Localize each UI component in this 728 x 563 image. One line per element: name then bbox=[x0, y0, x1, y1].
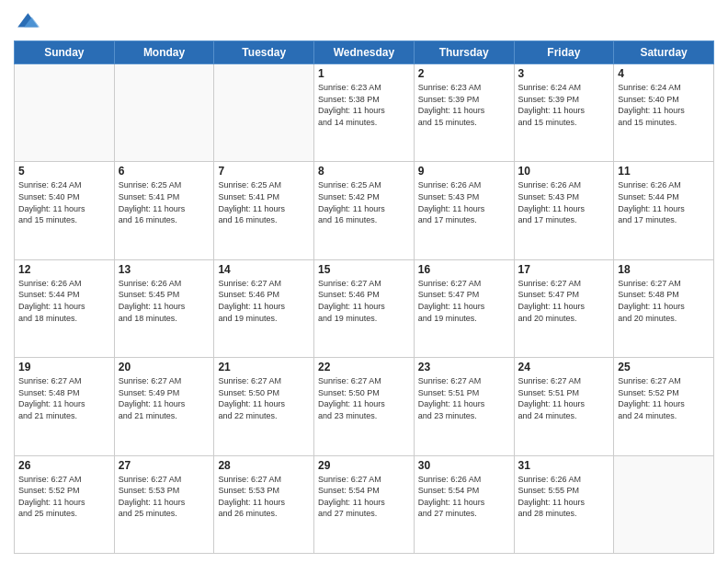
day-info: Sunrise: 6:25 AMSunset: 5:41 PMDaylight:… bbox=[119, 179, 210, 225]
day-info: Sunrise: 6:27 AMSunset: 5:48 PMDaylight:… bbox=[18, 375, 110, 421]
page: SundayMondayTuesdayWednesdayThursdayFrid… bbox=[0, 0, 728, 563]
day-number: 4 bbox=[618, 67, 710, 80]
day-number: 26 bbox=[18, 459, 110, 472]
weekday-header-saturday: Saturday bbox=[614, 41, 714, 64]
day-number: 11 bbox=[618, 165, 710, 178]
day-info: Sunrise: 6:27 AMSunset: 5:53 PMDaylight:… bbox=[218, 474, 310, 520]
day-info: Sunrise: 6:26 AMSunset: 5:44 PMDaylight:… bbox=[18, 278, 110, 324]
day-info: Sunrise: 6:27 AMSunset: 5:50 PMDaylight:… bbox=[218, 375, 310, 421]
calendar-cell: 31Sunrise: 6:26 AMSunset: 5:55 PMDayligh… bbox=[514, 455, 614, 553]
day-number: 25 bbox=[618, 361, 710, 373]
day-number: 31 bbox=[518, 459, 610, 472]
day-number: 6 bbox=[119, 165, 210, 178]
weekday-header-wednesday: Wednesday bbox=[314, 41, 415, 64]
calendar-cell: 3Sunrise: 6:24 AMSunset: 5:39 PMDaylight… bbox=[514, 64, 614, 162]
calendar-cell: 12Sunrise: 6:26 AMSunset: 5:44 PMDayligh… bbox=[15, 259, 115, 357]
day-info: Sunrise: 6:25 AMSunset: 5:41 PMDaylight:… bbox=[218, 179, 310, 225]
day-info: Sunrise: 6:24 AMSunset: 5:40 PMDaylight:… bbox=[618, 82, 710, 128]
calendar-cell: 30Sunrise: 6:26 AMSunset: 5:54 PMDayligh… bbox=[414, 455, 514, 553]
weekday-header-sunday: Sunday bbox=[15, 41, 115, 64]
day-info: Sunrise: 6:27 AMSunset: 5:48 PMDaylight:… bbox=[618, 278, 710, 324]
day-number: 18 bbox=[618, 263, 710, 276]
calendar-cell bbox=[614, 455, 714, 553]
day-info: Sunrise: 6:24 AMSunset: 5:39 PMDaylight:… bbox=[518, 82, 610, 128]
day-number: 28 bbox=[218, 459, 310, 472]
day-number: 13 bbox=[119, 263, 210, 276]
calendar-cell: 13Sunrise: 6:26 AMSunset: 5:45 PMDayligh… bbox=[114, 259, 214, 357]
day-info: Sunrise: 6:25 AMSunset: 5:42 PMDaylight:… bbox=[318, 179, 410, 225]
day-number: 16 bbox=[418, 263, 510, 276]
week-row-3: 19Sunrise: 6:27 AMSunset: 5:48 PMDayligh… bbox=[15, 358, 714, 455]
day-info: Sunrise: 6:23 AMSunset: 5:39 PMDaylight:… bbox=[418, 82, 510, 128]
calendar-cell: 28Sunrise: 6:27 AMSunset: 5:53 PMDayligh… bbox=[214, 455, 314, 553]
weekday-header-tuesday: Tuesday bbox=[214, 41, 314, 64]
calendar-cell bbox=[114, 64, 214, 162]
week-row-1: 5Sunrise: 6:24 AMSunset: 5:40 PMDaylight… bbox=[15, 162, 714, 259]
day-number: 3 bbox=[518, 67, 610, 80]
day-number: 9 bbox=[418, 165, 510, 178]
calendar-cell: 29Sunrise: 6:27 AMSunset: 5:54 PMDayligh… bbox=[314, 455, 415, 553]
calendar-cell: 14Sunrise: 6:27 AMSunset: 5:46 PMDayligh… bbox=[214, 259, 314, 357]
day-info: Sunrise: 6:27 AMSunset: 5:53 PMDaylight:… bbox=[119, 474, 210, 520]
calendar-cell: 5Sunrise: 6:24 AMSunset: 5:40 PMDaylight… bbox=[15, 162, 115, 259]
weekday-header-friday: Friday bbox=[514, 41, 614, 64]
calendar-cell: 10Sunrise: 6:26 AMSunset: 5:43 PMDayligh… bbox=[514, 162, 614, 259]
calendar-cell: 17Sunrise: 6:27 AMSunset: 5:47 PMDayligh… bbox=[514, 259, 614, 357]
day-info: Sunrise: 6:27 AMSunset: 5:52 PMDaylight:… bbox=[618, 375, 710, 421]
day-info: Sunrise: 6:26 AMSunset: 5:43 PMDaylight:… bbox=[418, 179, 510, 225]
calendar-cell: 25Sunrise: 6:27 AMSunset: 5:52 PMDayligh… bbox=[614, 358, 714, 455]
day-number: 8 bbox=[318, 165, 410, 178]
calendar-cell: 18Sunrise: 6:27 AMSunset: 5:48 PMDayligh… bbox=[614, 259, 714, 357]
day-info: Sunrise: 6:27 AMSunset: 5:47 PMDaylight:… bbox=[418, 278, 510, 324]
calendar-cell: 1Sunrise: 6:23 AMSunset: 5:38 PMDaylight… bbox=[314, 64, 415, 162]
day-info: Sunrise: 6:26 AMSunset: 5:55 PMDaylight:… bbox=[518, 474, 610, 520]
day-number: 29 bbox=[318, 459, 410, 472]
day-info: Sunrise: 6:26 AMSunset: 5:44 PMDaylight:… bbox=[618, 179, 710, 225]
day-info: Sunrise: 6:27 AMSunset: 5:46 PMDaylight:… bbox=[318, 278, 410, 324]
day-number: 20 bbox=[119, 361, 210, 373]
day-number: 24 bbox=[518, 361, 610, 373]
calendar-cell bbox=[214, 64, 314, 162]
week-row-0: 1Sunrise: 6:23 AMSunset: 5:38 PMDaylight… bbox=[15, 64, 714, 162]
calendar-cell: 6Sunrise: 6:25 AMSunset: 5:41 PMDaylight… bbox=[114, 162, 214, 259]
day-info: Sunrise: 6:26 AMSunset: 5:45 PMDaylight:… bbox=[119, 278, 210, 324]
day-info: Sunrise: 6:27 AMSunset: 5:50 PMDaylight:… bbox=[318, 375, 410, 421]
calendar-cell: 11Sunrise: 6:26 AMSunset: 5:44 PMDayligh… bbox=[614, 162, 714, 259]
day-info: Sunrise: 6:27 AMSunset: 5:46 PMDaylight:… bbox=[218, 278, 310, 324]
day-number: 17 bbox=[518, 263, 610, 276]
calendar-cell: 19Sunrise: 6:27 AMSunset: 5:48 PMDayligh… bbox=[15, 358, 115, 455]
day-number: 19 bbox=[18, 361, 110, 373]
day-number: 15 bbox=[318, 263, 410, 276]
calendar-cell: 24Sunrise: 6:27 AMSunset: 5:51 PMDayligh… bbox=[514, 358, 614, 455]
day-number: 30 bbox=[418, 459, 510, 472]
day-number: 10 bbox=[518, 165, 610, 178]
calendar-cell bbox=[15, 64, 115, 162]
day-number: 14 bbox=[218, 263, 310, 276]
day-number: 23 bbox=[418, 361, 510, 373]
calendar-cell: 22Sunrise: 6:27 AMSunset: 5:50 PMDayligh… bbox=[314, 358, 415, 455]
header bbox=[14, 9, 714, 35]
week-row-4: 26Sunrise: 6:27 AMSunset: 5:52 PMDayligh… bbox=[15, 455, 714, 553]
calendar-cell: 9Sunrise: 6:26 AMSunset: 5:43 PMDaylight… bbox=[414, 162, 514, 259]
day-number: 2 bbox=[418, 67, 510, 80]
day-info: Sunrise: 6:27 AMSunset: 5:51 PMDaylight:… bbox=[518, 375, 610, 421]
day-info: Sunrise: 6:27 AMSunset: 5:49 PMDaylight:… bbox=[119, 375, 210, 421]
day-info: Sunrise: 6:24 AMSunset: 5:40 PMDaylight:… bbox=[18, 179, 110, 225]
weekday-header-row: SundayMondayTuesdayWednesdayThursdayFrid… bbox=[15, 41, 714, 64]
day-number: 27 bbox=[119, 459, 210, 472]
calendar-cell: 8Sunrise: 6:25 AMSunset: 5:42 PMDaylight… bbox=[314, 162, 415, 259]
day-number: 22 bbox=[318, 361, 410, 373]
calendar-cell: 26Sunrise: 6:27 AMSunset: 5:52 PMDayligh… bbox=[15, 455, 115, 553]
day-number: 7 bbox=[218, 165, 310, 178]
day-info: Sunrise: 6:26 AMSunset: 5:43 PMDaylight:… bbox=[518, 179, 610, 225]
day-info: Sunrise: 6:23 AMSunset: 5:38 PMDaylight:… bbox=[318, 82, 410, 128]
calendar-cell: 21Sunrise: 6:27 AMSunset: 5:50 PMDayligh… bbox=[214, 358, 314, 455]
day-info: Sunrise: 6:27 AMSunset: 5:47 PMDaylight:… bbox=[518, 278, 610, 324]
calendar-cell: 27Sunrise: 6:27 AMSunset: 5:53 PMDayligh… bbox=[114, 455, 214, 553]
calendar-cell: 7Sunrise: 6:25 AMSunset: 5:41 PMDaylight… bbox=[214, 162, 314, 259]
weekday-header-thursday: Thursday bbox=[414, 41, 514, 64]
weekday-header-monday: Monday bbox=[114, 41, 214, 64]
day-info: Sunrise: 6:27 AMSunset: 5:51 PMDaylight:… bbox=[418, 375, 510, 421]
calendar-cell: 23Sunrise: 6:27 AMSunset: 5:51 PMDayligh… bbox=[414, 358, 514, 455]
calendar-cell: 4Sunrise: 6:24 AMSunset: 5:40 PMDaylight… bbox=[614, 64, 714, 162]
